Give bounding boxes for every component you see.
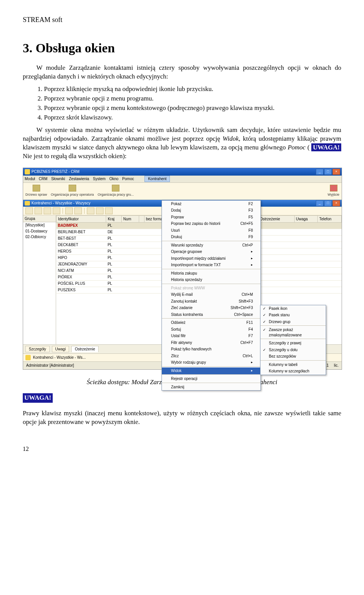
context-menu-item[interactable]: Import/export w formacie TXT▸ (162, 262, 260, 269)
context-menu-item[interactable]: Widok▸ (162, 367, 260, 375)
submenu-item[interactable]: Szczegóły u dołu (260, 347, 326, 353)
toolbar-button[interactable]: Organizacja pracy gru... (98, 185, 134, 197)
menu-item-label: Pasek stanu (269, 312, 318, 318)
context-menu-item[interactable]: Warunki sprzedażyCtrl+P (162, 242, 260, 249)
toolbar-exit-button[interactable]: Wyjście (328, 185, 339, 197)
sidebar-item[interactable]: 01-Dostawcy (23, 228, 56, 234)
menu-item[interactable]: Pomoc (122, 176, 134, 182)
grid-column-header[interactable] (139, 215, 144, 223)
toolbar-button[interactable]: Drzewo spraw (25, 185, 47, 197)
text-run: ( (306, 144, 311, 151)
grid-column-header[interactable]: Kraj (106, 215, 122, 223)
toolbar-icon-button[interactable] (96, 207, 104, 214)
table-cell: PUSZEKS (56, 287, 106, 294)
task-label[interactable]: Kontrahenci - Wszystkie - Ws... (33, 355, 86, 360)
submenu-item[interactable]: Kolumny w tabeli (260, 361, 326, 368)
menu-item[interactable]: Okno (109, 176, 118, 182)
toolbar-icon-button[interactable] (74, 207, 82, 214)
context-menu-item[interactable]: Historia zakupu (162, 270, 260, 277)
context-menu-item[interactable]: UsuńF8 (162, 227, 260, 234)
list-item: Poprzez kliknięcie myszką na odpowiednie… (44, 85, 341, 94)
context-menu-item[interactable]: Filtr aktywnyCtrl+F7 (162, 339, 260, 346)
context-menu-item[interactable]: DrukujF9 (162, 234, 260, 241)
app-icon (25, 169, 30, 174)
toolbar-icon-button[interactable] (105, 207, 113, 214)
child-close-button[interactable]: × (333, 200, 340, 206)
submenu-item[interactable]: Bez szczegółów (260, 353, 326, 361)
grid-column-header[interactable]: Identyfikator (56, 215, 106, 223)
table-cell (258, 255, 294, 261)
context-menu-item[interactable]: SortujF4 (162, 326, 260, 333)
close-button[interactable]: × (333, 169, 340, 175)
toolbar-icon-button[interactable] (53, 207, 60, 214)
sidebar-item[interactable]: 02-Odbiorcy (23, 234, 56, 240)
toolbar-icon-button[interactable] (25, 207, 33, 214)
context-menu-item[interactable]: Import/export między oddziałami▸ (162, 255, 260, 262)
context-menu-item[interactable]: Rejestr operacji (162, 375, 260, 383)
maximize-button[interactable]: □ (324, 169, 332, 175)
context-menu-item[interactable]: Zanotuj kontaktShift+F3 (162, 298, 260, 305)
context-menu-item[interactable]: Historia sprzedaży (162, 276, 260, 284)
context-menu-item[interactable]: Zleć zadanieShift+Ctrl+F3 (162, 305, 260, 311)
context-menu-item[interactable]: PokażF2 (162, 201, 260, 207)
menu-item-shortcut: F3 (248, 208, 253, 213)
grid-column-header[interactable]: Uwaga (294, 215, 317, 223)
grid-column-header[interactable]: Telefon (317, 215, 341, 223)
menu-item[interactable]: CRM (39, 176, 47, 182)
menu-item-label: Zawsze pokaż zmaksymalizowane (269, 327, 318, 338)
menu-item-label: Widok (171, 368, 251, 374)
menu-item-label: Historia zakupu (171, 271, 253, 276)
context-menu-item[interactable]: Operacje grupowe▸ (162, 248, 260, 255)
table-cell (258, 242, 294, 248)
submenu-item[interactable]: Drzewo grup (260, 319, 326, 326)
context-menu-item[interactable]: Status kontrahentaCtrl+Space (162, 311, 260, 319)
table-cell (139, 255, 144, 261)
context-menu-item[interactable]: Zamknij (162, 384, 260, 391)
menu-item-shortcut: Ctrl+L (243, 353, 253, 359)
toolbar-icon-button[interactable] (87, 207, 94, 214)
tab-button[interactable]: Szczegóły (25, 346, 50, 353)
grid-column-header[interactable]: Num (122, 215, 139, 223)
menu-item-active[interactable]: Kontrahent (144, 176, 170, 182)
table-cell (139, 261, 144, 268)
menu-item-label: Status kontrahenta (171, 312, 234, 317)
minimize-button[interactable]: _ (316, 169, 323, 175)
menu-item-label: Szczegóły z prawej (269, 341, 318, 346)
context-menu-item[interactable]: Ustal filtrF7 (162, 333, 260, 339)
sidebar-item[interactable]: [Wszystkie] (23, 222, 56, 228)
menu-item[interactable]: Moduł (25, 176, 35, 182)
context-menu-item[interactable]: Popraw bez zapisu do historiiCtrl+F5 (162, 220, 260, 227)
menu-item-label: Bez szczegółów (269, 354, 318, 359)
toolbar-icon-button[interactable] (44, 207, 51, 214)
submenu-item[interactable]: Kolumny w szczegółach (260, 368, 326, 375)
child-minimize-button[interactable]: _ (316, 200, 323, 206)
submenu-item[interactable]: Szczegóły z prawej (260, 340, 326, 347)
tab-button[interactable]: Uwagi (52, 346, 69, 353)
table-cell (294, 281, 317, 287)
toolbar-icon-button[interactable] (35, 207, 42, 214)
tab-button-active[interactable]: Ostrzeżenie (71, 346, 98, 353)
task-icon (25, 355, 31, 360)
user-icon (69, 185, 76, 192)
context-menu-item[interactable]: ZliczCtrl+L (162, 353, 260, 360)
submenu-item[interactable]: Zawsze pokaż zmaksymalizowane (260, 327, 326, 339)
menu-item[interactable]: Zestawienia (69, 176, 89, 182)
context-menu-item[interactable]: Wybór rodzaju grupy▸ (162, 359, 260, 367)
grid-column-header[interactable]: Ostrzeżenie (258, 215, 294, 223)
child-maximize-button[interactable]: □ (324, 200, 332, 206)
menu-item[interactable]: System (93, 176, 105, 182)
submenu-arrow-icon: ▸ (251, 256, 253, 261)
menu-item-label: Rejestr operacji (171, 376, 253, 381)
context-menu-item[interactable]: OdświeżF11 (162, 319, 260, 326)
toolbar-icon-button[interactable] (65, 207, 73, 214)
context-menu-item[interactable]: Wyślij E-mailCtrl+M (162, 291, 260, 298)
submenu-item[interactable]: Pasek stanu (260, 312, 326, 319)
menu-item-label: Pokaż (171, 201, 248, 207)
menu-item[interactable]: Słowniki (51, 176, 65, 182)
context-menu-item[interactable]: Pokaż tylko handlowych (162, 346, 260, 353)
context-menu-item[interactable]: DodajF3 (162, 207, 260, 214)
context-menu-item[interactable]: PoprawF5 (162, 214, 260, 221)
submenu-item[interactable]: Pasek ikon (260, 305, 326, 312)
menubar: Moduł CRM Słowniki Zestawienia System Ok… (23, 176, 342, 183)
toolbar-button[interactable]: Organizacja pracy operatora (51, 185, 94, 197)
